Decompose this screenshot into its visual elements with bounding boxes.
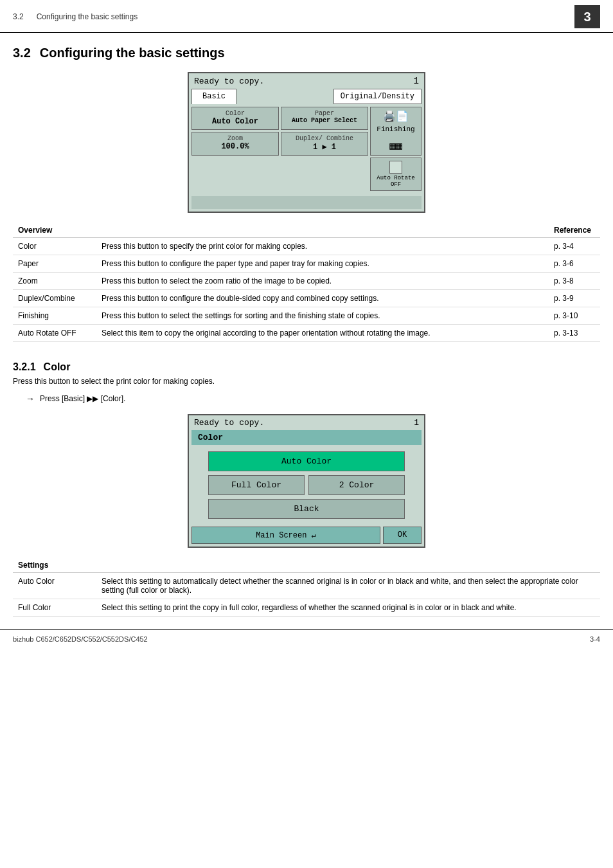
overview-ref: p. 3-13: [549, 325, 600, 342]
settings-desc: Select this setting to automatically det…: [96, 573, 600, 599]
page-tab-number: 3: [583, 10, 591, 24]
overview-table-row: Finishing Press this button to select th…: [13, 307, 600, 325]
header-section-title: Configuring the basic settings: [37, 12, 138, 21]
color-btn-row: Full Color 2 Color: [208, 475, 405, 495]
settings-item: Auto Color: [13, 573, 96, 599]
auto-rotate-icon: [389, 161, 402, 174]
settings-table-row: Auto Color Select this setting to automa…: [13, 573, 600, 599]
overview-desc: Select this item to copy the original ac…: [96, 325, 549, 342]
overview-item: Color: [13, 238, 96, 255]
section-title: Configuring the basic settings: [40, 46, 225, 60]
ok-button[interactable]: OK: [383, 527, 422, 544]
duplex-cell[interactable]: Duplex/ Combine 1 ▶ 1: [281, 132, 368, 156]
instruction-text: Press [Basic] ▶▶ [Color].: [40, 394, 125, 403]
full-color-button[interactable]: Full Color: [208, 475, 305, 495]
overview-col-ref: Reference: [549, 223, 600, 238]
overview-ref: p. 3-8: [549, 273, 600, 290]
screen2-container: Ready to copy. 1 Color Auto Color Full C…: [0, 414, 613, 548]
overview-table-row: Auto Rotate OFF Select this item to copy…: [13, 325, 600, 342]
zoom-value: 100.0%: [196, 142, 274, 151]
header-ref-number: 3.2: [13, 12, 24, 21]
overview-ref: p. 3-10: [549, 307, 600, 325]
color-cell[interactable]: Color Auto Color: [191, 107, 279, 130]
color-lcd-top-bar: Ready to copy. 1: [189, 415, 424, 430]
sub-section-intro: Press this button to select the print co…: [0, 377, 613, 386]
overview-ref: p. 3-4: [549, 238, 600, 255]
page-number-box: 3: [574, 5, 600, 28]
settings-item: Full Color: [13, 599, 96, 617]
header-section-ref: 3.2 Configuring the basic settings: [13, 12, 138, 21]
auto-rotate-label: Auto Rotate OFF: [373, 175, 418, 188]
overview-table-row: Zoom Press this button to select the zoo…: [13, 273, 600, 290]
arrow-symbol: →: [26, 393, 35, 404]
overview-item: Zoom: [13, 273, 96, 290]
overview-desc: Press this button to specify the print c…: [96, 238, 549, 255]
overview-section: Overview Reference Color Press this butt…: [0, 223, 613, 342]
section-number: 3.2: [13, 46, 31, 60]
paper-value: Auto Paper Select: [285, 117, 364, 124]
sub-section-number: 3.2.1: [13, 361, 36, 373]
finishing-icons-2: ▦▦: [389, 140, 402, 152]
main-screen-button[interactable]: Main Screen ↵: [191, 527, 380, 544]
arrow-instruction: → Press [Basic] ▶▶ [Color].: [0, 391, 613, 409]
finishing-cell[interactable]: 🖨️📄 Finishing ▦▦: [370, 107, 422, 156]
page-header: 3.2 Configuring the basic settings 3: [0, 0, 613, 33]
lcd-screen-1: Ready to copy. 1 Basic Original/Density …: [188, 72, 425, 213]
lcd-status-text: Ready to copy.: [194, 77, 264, 86]
lcd-count: 1: [414, 76, 419, 86]
overview-ref: p. 3-6: [549, 255, 600, 273]
paper-cell[interactable]: Paper Auto Paper Select: [281, 107, 368, 130]
overview-table: Overview Reference Color Press this butt…: [13, 223, 600, 342]
paper-label: Paper: [285, 110, 364, 117]
auto-color-button[interactable]: Auto Color: [208, 451, 405, 471]
color-value: Auto Color: [196, 117, 274, 126]
color-status-text: Ready to copy.: [194, 418, 264, 428]
overview-table-row: Duplex/Combine Press this button to conf…: [13, 290, 600, 307]
finishing-icons: 🖨️📄: [383, 110, 409, 123]
two-color-button[interactable]: 2 Color: [308, 475, 405, 495]
lcd-grid: Color Auto Color Paper Auto Paper Select…: [189, 104, 424, 194]
lcd-tabs: Basic Original/Density: [191, 89, 422, 104]
color-lcd-screen: Ready to copy. 1 Color Auto Color Full C…: [188, 414, 425, 548]
overview-desc: Press this button to select the zoom rat…: [96, 273, 549, 290]
duplex-label: Duplex/ Combine: [285, 135, 364, 142]
black-button[interactable]: Black: [208, 499, 405, 519]
overview-table-row: Color Press this button to specify the p…: [13, 238, 600, 255]
tab-basic[interactable]: Basic: [191, 89, 236, 104]
settings-desc: Select this setting to print the copy in…: [96, 599, 600, 617]
duplex-value: 1 ▶ 1: [285, 142, 364, 152]
color-buttons-area: Auto Color Full Color 2 Color Black: [189, 449, 424, 521]
color-bottom-bar: Main Screen ↵ OK: [191, 527, 422, 544]
settings-table-row: Full Color Select this setting to print …: [13, 599, 600, 617]
sub-section-title: Color: [44, 361, 71, 373]
tab-original-density[interactable]: Original/Density: [333, 89, 422, 104]
intro-text: Press this button to select the print co…: [13, 377, 600, 386]
lcd-top-bar-1: Ready to copy. 1: [189, 73, 424, 89]
finishing-label: Finishing: [377, 125, 414, 133]
settings-section: Settings Auto Color Select this setting …: [0, 558, 613, 617]
color-title-bar: Color: [191, 430, 422, 445]
overview-item: Auto Rotate OFF: [13, 325, 96, 342]
overview-col-desc: [96, 223, 549, 238]
overview-item: Finishing: [13, 307, 96, 325]
overview-desc: Press this button to configure the doubl…: [96, 290, 549, 307]
zoom-cell[interactable]: Zoom 100.0%: [191, 132, 279, 156]
finishing-content: 🖨️📄 Finishing ▦▦: [377, 110, 414, 152]
overview-item: Paper: [13, 255, 96, 273]
auto-rotate-cell[interactable]: Auto Rotate OFF: [370, 158, 422, 191]
overview-item: Duplex/Combine: [13, 290, 96, 307]
footer-page-number: 3-4: [590, 635, 600, 643]
lcd-bottom-bar: [191, 196, 422, 209]
zoom-label: Zoom: [196, 135, 274, 142]
overview-ref: p. 3-9: [549, 290, 600, 307]
settings-col-header: Settings: [13, 558, 600, 573]
color-label: Color: [196, 110, 274, 117]
section-3-2-heading: 3.2 Configuring the basic settings: [0, 39, 613, 67]
overview-table-row: Paper Press this button to configure the…: [13, 255, 600, 273]
page-footer: bizhub C652/C652DS/C552/C552DS/C452 3-4: [0, 629, 613, 648]
section-3-2-1-heading: 3.2.1 Color: [0, 355, 613, 377]
overview-col-item: Overview: [13, 223, 96, 238]
color-count: 1: [414, 418, 419, 428]
footer-model-text: bizhub C652/C652DS/C552/C552DS/C452: [13, 635, 148, 643]
overview-desc: Press this button to configure the paper…: [96, 255, 549, 273]
